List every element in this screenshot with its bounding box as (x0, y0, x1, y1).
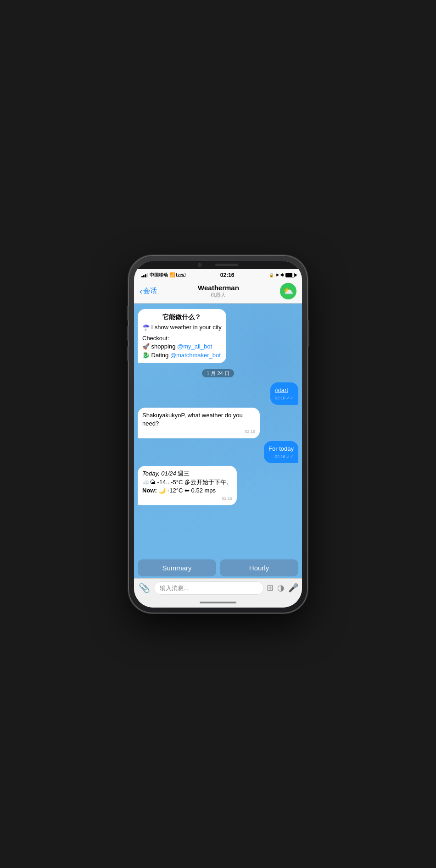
effects-icon[interactable]: ◑ (277, 583, 285, 593)
location-icon: ➤ (275, 272, 279, 277)
chat-area: 它能做什么？ ☂️ I show weather in your city Ch… (134, 304, 302, 557)
ali-bot-link[interactable]: @my_ali_bot (177, 343, 212, 350)
vpn-badge: VPN (176, 273, 185, 277)
input-icons: ⊞ ◑ 🎤 (267, 583, 298, 593)
weather-time: 02:16 (142, 496, 232, 502)
lock-icon: 🔒 (269, 273, 274, 277)
weather-now: Now: 🌙 -12°C ⬅ 0.52 mps (142, 487, 232, 495)
nav-center: Weatherman 机器人 (198, 284, 239, 299)
input-bar: 📎 ⊞ ◑ 🎤 (134, 578, 302, 597)
question-text: ShakuyakukyoP, what weather do you need? (142, 411, 255, 428)
message-input[interactable] (154, 581, 264, 595)
phone-screen: 中国移动 📶 VPN 02:16 🔒 ➤ ✱ ‹ 会话 Weatherman (134, 261, 302, 608)
today-text: For today (268, 445, 294, 452)
chat-subtitle: 机器人 (198, 292, 239, 299)
battery-fill (286, 273, 292, 277)
message-bubble-welcome: 它能做什么？ ☂️ I show weather in your city Ch… (138, 309, 226, 363)
message-row: 它能做什么？ ☂️ I show weather in your city Ch… (138, 309, 298, 363)
start-text: /start (275, 387, 288, 393)
message-bubble-start: /start 02:16 ✓✓ (270, 382, 298, 405)
bluetooth-icon: ✱ (280, 273, 284, 277)
phone-frame: 中国移动 📶 VPN 02:16 🔒 ➤ ✱ ‹ 会话 Weatherman (129, 255, 307, 613)
back-chevron-icon: ‹ (140, 287, 142, 295)
camera-dot (198, 263, 201, 267)
date-label: 1 月 24 日 (202, 369, 234, 377)
back-label: 会话 (143, 287, 157, 295)
speaker-slot (215, 264, 238, 266)
welcome-link1: 🚀 shopping @my_ali_bot (142, 343, 222, 351)
weather-forecast: ☁️🌤 -14...-5°C 多云开始于下午。 (142, 478, 232, 487)
signal-bars (141, 273, 148, 277)
welcome-checkout: Checkout: (142, 334, 222, 343)
message-row-weather: Today, 01/24 週三 ☁️🌤 -14...-5°C 多云开始于下午。 … (138, 466, 298, 505)
date-separator: 1 月 24 日 (138, 369, 298, 377)
welcome-link2: 🐉 Dating @matchmaker_bot (142, 351, 222, 359)
status-left: 中国移动 📶 VPN (141, 272, 185, 278)
back-button[interactable]: ‹ 会话 (140, 287, 157, 295)
attach-icon[interactable]: 📎 (138, 581, 151, 594)
today-time: 02:16 ✓✓ (268, 454, 294, 460)
hourly-button[interactable]: Hourly (220, 559, 298, 576)
message-bubble-weather: Today, 01/24 週三 ☁️🌤 -14...-5°C 多云开始于下午。 … (138, 466, 237, 505)
message-bubble-question: ShakuyakukyoP, what weather do you need?… (138, 408, 260, 438)
battery-icon (285, 273, 295, 277)
top-notch (134, 261, 302, 269)
carrier-label: 中国移动 (150, 272, 168, 278)
status-bar: 中国移动 📶 VPN 02:16 🔒 ➤ ✱ (134, 269, 302, 280)
chat-title: Weatherman (198, 284, 239, 292)
summary-button[interactable]: Summary (138, 559, 216, 576)
wifi-icon: 📶 (169, 272, 175, 277)
start-time: 02:16 ✓✓ (275, 395, 294, 401)
sticker-icon[interactable]: ⊞ (267, 583, 274, 593)
question-time: 02:16 (142, 429, 255, 435)
message-row-today: For today 02:16 ✓✓ (138, 441, 298, 464)
home-indicator (200, 602, 236, 603)
message-bubble-today: For today 02:16 ✓✓ (264, 441, 298, 464)
status-right: 🔒 ➤ ✱ (269, 272, 295, 277)
weather-date-line: Today, 01/24 週三 (142, 470, 232, 478)
message-row-start: /start 02:16 ✓✓ (138, 382, 298, 405)
message-row-question: ShakuyakukyoP, what weather do you need?… (138, 408, 298, 438)
mic-icon[interactable]: 🎤 (288, 583, 298, 593)
matchmaker-link[interactable]: @matchmaker_bot (170, 352, 221, 359)
nav-bar: ‹ 会话 Weatherman 机器人 ⛅ (134, 280, 302, 304)
tick-icon2: ✓✓ (286, 454, 294, 459)
welcome-line1: ☂️ I show weather in your city (142, 323, 222, 332)
home-bar (134, 597, 302, 608)
bot-avatar[interactable]: ⛅ (280, 283, 296, 299)
welcome-title: 它能做什么？ (142, 313, 222, 322)
tick-icon: ✓✓ (286, 396, 294, 400)
quick-replies: Summary Hourly (134, 557, 302, 578)
status-time: 02:16 (220, 272, 235, 278)
